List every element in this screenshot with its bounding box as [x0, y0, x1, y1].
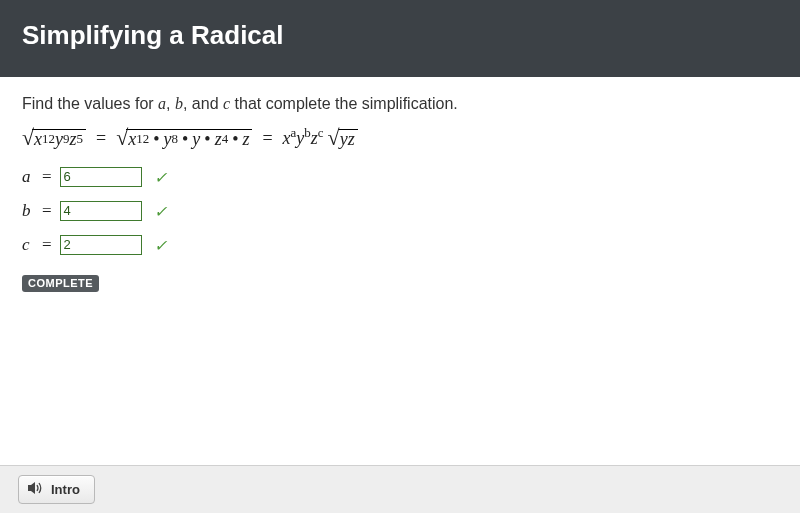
prompt-text-2: ,: [166, 95, 175, 112]
answer-label-a: a: [22, 167, 36, 187]
speaker-icon: [28, 481, 44, 498]
answer-row-c: c = 2 ✓: [22, 235, 778, 255]
prompt-text-3: , and: [183, 95, 223, 112]
radicand-rhs: yz: [338, 129, 358, 148]
content-area: Find the values for a, b, and c that com…: [0, 77, 800, 292]
radical-sign-icon: √: [22, 127, 34, 149]
svg-marker-0: [28, 482, 35, 494]
rhs-exp-a: a: [291, 125, 297, 140]
equals-sign: =: [42, 201, 54, 221]
answer-label-b: b: [22, 201, 36, 221]
prompt-text-4: that complete the simplification.: [230, 95, 458, 112]
answer-label-c: c: [22, 235, 36, 255]
answer-row-b: b = 4 ✓: [22, 201, 778, 221]
question-prompt: Find the values for a, b, and c that com…: [22, 95, 778, 113]
rhs-exp-c: c: [318, 125, 324, 140]
checkmark-icon: ✓: [154, 202, 167, 221]
checkmark-icon: ✓: [154, 236, 167, 255]
footer-bar: Intro: [0, 465, 800, 513]
equals-sign-1: =: [90, 128, 112, 149]
checkmark-icon: ✓: [154, 168, 167, 187]
status-badge: COMPLETE: [22, 275, 99, 292]
answer-input-c[interactable]: 2: [60, 235, 142, 255]
equation-line: √ x12y9z5 = √ x12•y8•y•z4•z = xaybzc √ y…: [22, 127, 778, 149]
rhs-expression: xaybzc: [283, 128, 324, 149]
radical-sign-icon: √: [116, 127, 128, 149]
radical-lhs: √ x12y9z5: [22, 127, 86, 149]
intro-button[interactable]: Intro: [18, 475, 95, 504]
rhs-exp-b: b: [304, 125, 310, 140]
intro-button-label: Intro: [51, 482, 80, 497]
prompt-var-b: b: [175, 95, 183, 112]
prompt-text-1: Find the values for: [22, 95, 158, 112]
answer-input-a[interactable]: 6: [60, 167, 142, 187]
equals-sign: =: [42, 235, 54, 255]
equals-sign: =: [42, 167, 54, 187]
answer-input-b[interactable]: 4: [60, 201, 142, 221]
page-header: Simplifying a Radical: [0, 0, 800, 77]
radical-rhs: √ yz: [328, 127, 358, 149]
radicand-lhs: x12y9z5: [32, 129, 86, 148]
prompt-var-a: a: [158, 95, 166, 112]
radical-sign-icon: √: [328, 127, 340, 149]
radical-mid: √ x12•y8•y•z4•z: [116, 127, 252, 149]
radicand-mid: x12•y8•y•z4•z: [126, 129, 252, 148]
answer-row-a: a = 6 ✓: [22, 167, 778, 187]
equals-sign-2: =: [256, 128, 278, 149]
page-title: Simplifying a Radical: [22, 20, 284, 50]
